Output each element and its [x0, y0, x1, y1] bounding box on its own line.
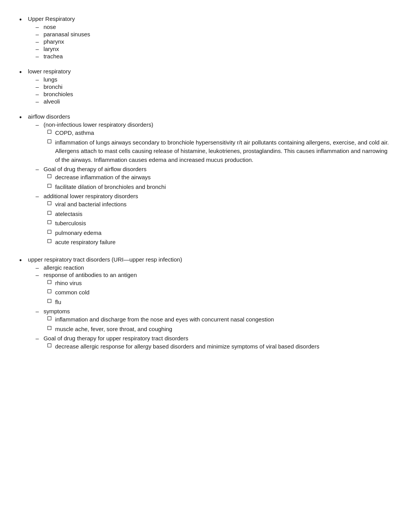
- square-bullet-icon: [47, 326, 51, 330]
- level3-label: viral and bacterial infections: [55, 200, 127, 209]
- level3-item-rhino-virus: rhino virus: [44, 279, 391, 288]
- level3-item-viral-bacterial: viral and bacterial infections: [44, 200, 391, 209]
- level3-list: COPD, asthmainflammation of lungs airway…: [44, 129, 391, 164]
- level3-label: atelectasis: [55, 210, 83, 219]
- dash-icon: –: [36, 24, 39, 30]
- level2-label: pharynx: [44, 38, 391, 45]
- level2-item-goal-uri: –Goal of drug therapy for upper respirat…: [28, 335, 391, 352]
- level2-list: –allergic reaction–response of antibodie…: [28, 264, 391, 352]
- level3-label: tuberculosis: [55, 219, 86, 228]
- level3-label: inflammation of lungs airways secondary …: [55, 138, 391, 165]
- level1-item-uri: •upper respiratory tract disorders (URI—…: [19, 256, 391, 353]
- level3-label: common cold: [55, 288, 90, 297]
- dash-icon: –: [36, 308, 39, 314]
- bullet-icon: •: [19, 16, 22, 24]
- level2-label: additional lower respiratory disorders: [44, 193, 391, 199]
- level2-label: (non-infectious lower respiratory disord…: [44, 121, 391, 128]
- level2-list: –(non-infectious lower respiratory disor…: [28, 121, 391, 248]
- outline-list: •Upper Respiratory–nose–paranasal sinuse…: [19, 15, 391, 353]
- level3-item-decrease-allergic: decrease allergic response for allergy b…: [44, 342, 391, 351]
- level3-item-decrease-inflammation: decrease inflammation of the airways: [44, 173, 391, 182]
- dash-icon: –: [36, 38, 39, 45]
- level3-item-tuberculosis: tuberculosis: [44, 219, 391, 228]
- level3-list: decrease inflammation of the airwaysfaci…: [44, 173, 391, 191]
- dash-icon: –: [36, 91, 39, 97]
- level2-label: paranasal sinuses: [44, 31, 391, 37]
- level3-label: muscle ache, fever, sore throat, and cou…: [55, 325, 173, 334]
- level2-item-larynx: –larynx: [28, 46, 391, 52]
- level3-label: flu: [55, 298, 61, 307]
- level2-list: –nose–paranasal sinuses–pharynx–larynx–t…: [28, 24, 391, 59]
- level3-label: rhino virus: [55, 279, 82, 288]
- level2-item-trachea: –trachea: [28, 53, 391, 59]
- level1-item-lower-respiratory: •lower respiratory–lungs–bronchi–bronchi…: [19, 68, 391, 105]
- square-bullet-icon: [47, 289, 51, 293]
- level2-item-allergic-reaction: –allergic reaction: [28, 264, 391, 271]
- square-bullet-icon: [47, 230, 51, 234]
- level3-item-inflammation-discharge: inflammation and discharge from the nose…: [44, 315, 391, 324]
- level2-label: symptoms: [44, 308, 391, 314]
- level2-item-antibodies-antigen: –response of antibodies to an antigenrhi…: [28, 272, 391, 308]
- square-bullet-icon: [47, 174, 51, 178]
- square-bullet-icon: [47, 343, 51, 347]
- level1-label: Upper Respiratory: [28, 15, 391, 22]
- square-bullet-icon: [47, 139, 51, 143]
- level1-item-upper-respiratory: •Upper Respiratory–nose–paranasal sinuse…: [19, 15, 391, 60]
- level2-item-paranasal-sinuses: –paranasal sinuses: [28, 31, 391, 37]
- level2-label: alveoli: [44, 98, 391, 105]
- level2-label: Goal of drug therapy of airflow disorder…: [44, 166, 391, 172]
- level3-item-facilitate-dilation: facilitate dilation of bronchioles and b…: [44, 183, 391, 192]
- level2-label: trachea: [44, 53, 391, 59]
- square-bullet-icon: [47, 280, 51, 284]
- dash-icon: –: [36, 53, 39, 59]
- level2-item-symptoms: –symptomsinflammation and discharge from…: [28, 308, 391, 334]
- dash-icon: –: [36, 76, 39, 83]
- bullet-icon: •: [19, 257, 22, 265]
- level1-label: airflow disorders: [28, 113, 391, 120]
- bullet-icon: •: [19, 114, 22, 122]
- dash-icon: –: [36, 31, 39, 37]
- level2-label: lungs: [44, 76, 391, 83]
- level1-label: lower respiratory: [28, 68, 391, 75]
- level3-label: facilitate dilation of bronchioles and b…: [55, 183, 166, 192]
- dash-icon: –: [36, 98, 39, 105]
- level3-label: decrease allergic response for allergy b…: [55, 342, 319, 351]
- level3-item-inflammation-airways: inflammation of lungs airways secondary …: [44, 138, 391, 165]
- square-bullet-icon: [47, 184, 51, 188]
- dash-icon: –: [36, 121, 39, 128]
- bullet-icon: •: [19, 68, 22, 76]
- level3-item-pulmonary-edema: pulmonary edema: [44, 229, 391, 238]
- level2-item-pharynx: –pharynx: [28, 38, 391, 45]
- level3-label: COPD, asthma: [55, 129, 94, 138]
- level2-label: larynx: [44, 46, 391, 52]
- square-bullet-icon: [47, 201, 51, 205]
- dash-icon: –: [36, 335, 39, 342]
- square-bullet-icon: [47, 316, 51, 320]
- level2-label: Goal of drug therapy for upper respirato…: [44, 335, 391, 342]
- level2-item-lungs: –lungs: [28, 76, 391, 83]
- square-bullet-icon: [47, 239, 51, 243]
- square-bullet-icon: [47, 220, 51, 224]
- square-bullet-icon: [47, 211, 51, 215]
- dash-icon: –: [36, 193, 39, 199]
- level3-item-atelectasis: atelectasis: [44, 210, 391, 219]
- level3-item-copd-asthma: COPD, asthma: [44, 129, 391, 138]
- level2-label: allergic reaction: [44, 264, 391, 271]
- level2-list: –lungs–bronchi–bronchioles–alveoli: [28, 76, 391, 105]
- level2-label: nose: [44, 24, 391, 30]
- level2-label: response of antibodies to an antigen: [44, 272, 391, 278]
- level2-item-nose: –nose: [28, 24, 391, 30]
- level3-list: rhino viruscommon coldflu: [44, 279, 391, 307]
- level3-item-muscle-ache: muscle ache, fever, sore throat, and cou…: [44, 325, 391, 334]
- level3-label: acute respiratory failure: [55, 238, 116, 247]
- level3-label: inflammation and discharge from the nose…: [55, 315, 274, 324]
- level3-label: pulmonary edema: [55, 229, 102, 238]
- level3-item-acute-respiratory-failure: acute respiratory failure: [44, 238, 391, 247]
- level3-item-flu: flu: [44, 298, 391, 307]
- level2-item-alveoli: –alveoli: [28, 98, 391, 105]
- level2-item-non-infectious: –(non-infectious lower respiratory disor…: [28, 121, 391, 165]
- level3-list: viral and bacterial infectionsatelectasi…: [44, 200, 391, 247]
- square-bullet-icon: [47, 130, 51, 134]
- level2-label: bronchi: [44, 83, 391, 90]
- dash-icon: –: [36, 46, 39, 52]
